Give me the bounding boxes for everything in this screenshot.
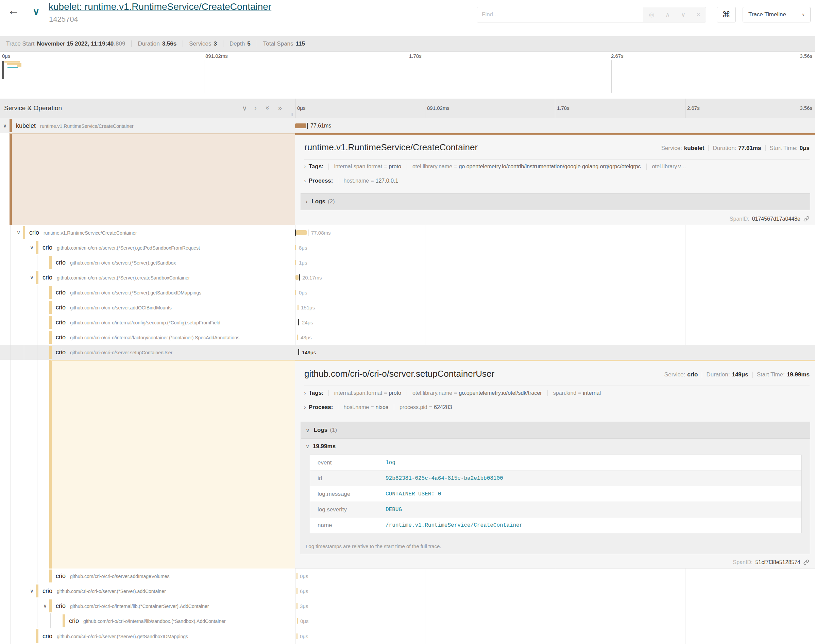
span-row[interactable]: crio github.com/cri-o/cri-o/server.addIm… xyxy=(0,569,815,583)
grid-line xyxy=(685,99,685,118)
column-resize-handle[interactable]: || xyxy=(291,112,293,116)
chevron-right-icon: › xyxy=(304,178,306,184)
divider xyxy=(30,0,30,36)
trace-total-spans: Total Spans115 xyxy=(257,40,311,47)
span-service: crio xyxy=(56,349,66,356)
span-bar[interactable] xyxy=(297,334,298,340)
span-operation: github.com/cri-o/cri-o/internal/factory/… xyxy=(70,335,239,340)
span-service: crio xyxy=(43,587,52,595)
minimap-scrubber-handle[interactable] xyxy=(2,61,4,79)
collapse-all-icon[interactable]: » xyxy=(266,104,270,112)
span-service: crio xyxy=(56,259,66,266)
span-row[interactable]: ∨ kubelet runtime.v1.RuntimeService/Crea… xyxy=(0,118,815,133)
prev-match-icon[interactable]: ∧ xyxy=(665,11,670,18)
span-operation: github.com/cri-o/cri-o/server.(*Server).… xyxy=(57,589,166,594)
span-bar[interactable] xyxy=(297,603,297,609)
span-service: crio xyxy=(56,334,66,341)
span-row[interactable]: crio github.com/cri-o/cri-o/server.addOC… xyxy=(0,300,815,315)
detail-meta: Service:crio Duration:149μs Start Time:1… xyxy=(664,371,810,378)
trace-start: Trace Start November 15 2022, 11:19:40.8… xyxy=(0,40,131,47)
span-row[interactable]: ∨ crio runtime.v1.RuntimeService/CreateC… xyxy=(0,225,815,240)
span-row[interactable]: ∨ crio github.com/cri-o/cri-o/server.(*S… xyxy=(0,270,815,285)
next-match-icon[interactable]: ∨ xyxy=(681,11,685,18)
keyboard-shortcuts-button[interactable]: ⌘ xyxy=(717,7,736,23)
span-row-selected[interactable]: crio github.com/cri-o/cri-o/server.setup… xyxy=(0,345,815,360)
trace-title-link[interactable]: kubelet: runtime.v1.RuntimeService/Creat… xyxy=(49,2,271,12)
expand-chevron[interactable]: ∨ xyxy=(30,244,34,251)
span-bar[interactable] xyxy=(295,290,296,295)
focus-match-icon[interactable]: ◎ xyxy=(649,11,654,18)
span-service: crio xyxy=(29,229,39,236)
back-arrow-icon[interactable]: ← xyxy=(8,3,20,18)
grid-line xyxy=(425,99,425,118)
expand-chevron[interactable]: ∨ xyxy=(17,230,20,236)
log-entry-toggle[interactable]: ∨ 19.99ms xyxy=(306,443,335,450)
expand-chevron[interactable]: ∨ xyxy=(30,274,34,281)
expand-one-icon[interactable]: › xyxy=(254,104,257,112)
minimap-tick: 0μs xyxy=(2,53,11,59)
log-note: Log timestamps are relative to the start… xyxy=(306,543,441,549)
span-duration: 20.17ms xyxy=(302,275,322,281)
minimap-span-bar xyxy=(8,67,18,68)
service-operation-header: Service & Operation xyxy=(4,104,62,112)
tree-guideline xyxy=(24,360,24,569)
span-row[interactable]: crio github.com/cri-o/cri-o/internal/con… xyxy=(0,315,815,330)
span-row[interactable]: ∨ crio github.com/cri-o/cri-o/server.(*S… xyxy=(0,240,815,255)
span-row[interactable]: ∨ crio github.com/cri-o/cri-o/internal/l… xyxy=(0,598,815,613)
span-row[interactable]: crio github.com/cri-o/cri-o/internal/lib… xyxy=(0,613,815,629)
span-operation: github.com/cri-o/cri-o/server.(*Server).… xyxy=(70,260,176,265)
span-row[interactable]: crio github.com/cri-o/cri-o/server.(*Ser… xyxy=(0,285,815,300)
span-bar[interactable] xyxy=(296,275,299,280)
span-detail-panel: github.com/cri-o/cri-o/server.setupConta… xyxy=(295,360,815,569)
span-color-bar xyxy=(49,570,52,583)
span-row[interactable]: crio github.com/cri-o/cri-o/internal/fac… xyxy=(0,330,815,345)
span-duration: 3μs xyxy=(300,603,308,609)
span-duration: 0μs xyxy=(300,618,309,624)
span-bar[interactable] xyxy=(296,230,307,235)
span-row[interactable]: crio github.com/cri-o/cri-o/server.(*Ser… xyxy=(0,255,815,270)
expand-chevron[interactable]: ∨ xyxy=(43,603,47,609)
span-operation: github.com/cri-o/cri-o/server.(*Server).… xyxy=(57,634,188,639)
trace-minimap[interactable] xyxy=(1,60,814,93)
span-bar[interactable] xyxy=(295,123,306,128)
trace-depth: Depth5 xyxy=(224,40,257,47)
span-bar[interactable] xyxy=(297,633,297,639)
tags-row[interactable]: › Tags: internal.span.format=proto otel.… xyxy=(302,389,812,396)
span-duration: 0μs xyxy=(300,573,308,579)
view-type-dropdown[interactable]: Trace Timeline ∨ xyxy=(743,7,810,23)
logs-row[interactable]: ∨ Logs (1) xyxy=(301,422,810,439)
tree-guideline xyxy=(37,360,37,569)
log-marker xyxy=(298,349,299,355)
span-bar[interactable] xyxy=(295,245,296,250)
link-icon[interactable] xyxy=(803,216,810,222)
span-bar[interactable] xyxy=(297,305,299,310)
span-bar[interactable] xyxy=(297,588,297,594)
span-row[interactable]: crio github.com/cri-o/cri-o/server.(*Ser… xyxy=(0,629,815,644)
span-row[interactable]: ∨ crio github.com/cri-o/cri-o/server.(*S… xyxy=(0,583,815,598)
process-row[interactable]: › Process: host.name=127.0.0.1 xyxy=(302,178,812,184)
collapse-header-chevron-icon[interactable]: ∨ xyxy=(33,6,40,17)
expand-chevron[interactable]: ∨ xyxy=(3,123,7,129)
process-row[interactable]: › Process: host.name=nixos process.pid=6… xyxy=(302,404,812,411)
log-marker xyxy=(298,319,299,325)
clear-search-icon[interactable]: × xyxy=(697,11,700,18)
command-icon: ⌘ xyxy=(722,10,730,19)
detail-meta: Service:kubelet Duration:77.61ms Start T… xyxy=(661,145,810,152)
span-operation: runtime.v1.RuntimeService/CreateContaine… xyxy=(40,123,133,129)
expand-chevron[interactable]: ∨ xyxy=(30,588,34,594)
span-duration: 43μs xyxy=(300,334,312,340)
find-input[interactable] xyxy=(477,7,643,22)
log-field-row: name/runtime.v1.RuntimeService/CreateCon… xyxy=(310,518,801,533)
ruler-tick: 2.67s xyxy=(687,105,700,111)
logs-row[interactable]: › Logs (2) xyxy=(300,193,810,210)
span-bar[interactable] xyxy=(295,260,296,265)
ruler-tick: 0μs xyxy=(297,105,306,111)
span-bar[interactable] xyxy=(297,573,297,579)
tags-row[interactable]: › Tags: internal.span.format=proto otel.… xyxy=(302,163,812,170)
collapse-one-icon[interactable]: ∨ xyxy=(242,104,247,112)
expand-all-icon[interactable]: » xyxy=(278,104,282,112)
log-field-row: log.messageCONTAINER USER: 0 xyxy=(310,486,801,502)
link-icon[interactable] xyxy=(803,559,810,566)
span-bar[interactable] xyxy=(297,618,298,624)
span-color-bar xyxy=(36,271,38,284)
